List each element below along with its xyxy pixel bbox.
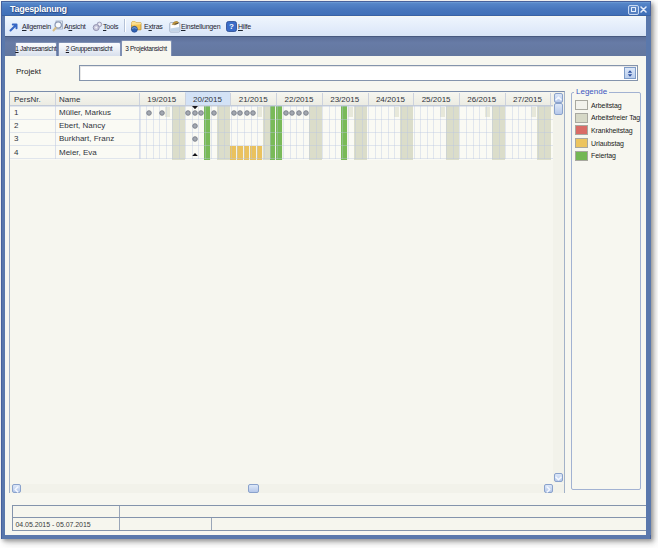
svg-text:?: ? [229, 22, 234, 31]
